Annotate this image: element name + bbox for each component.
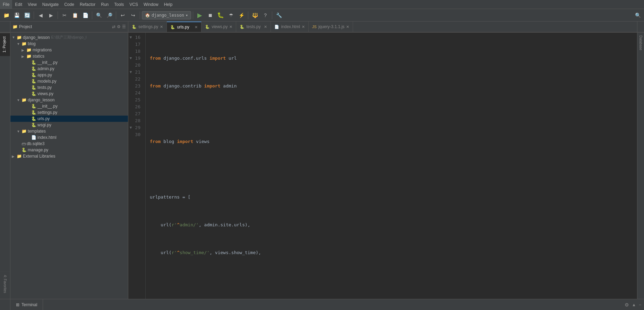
terminal-tab[interactable]: ⊞ Terminal xyxy=(10,299,43,310)
menu-code[interactable]: Code xyxy=(61,0,77,9)
code-line-21: urlpatterns = [ xyxy=(150,194,637,201)
editor-content[interactable]: ▼ 16 17 18 ▼ 19 20 ▼ 21 22 23 24 25 26 xyxy=(128,33,637,299)
tree-label-models: models.py xyxy=(37,79,57,84)
tree-root-django-lesson[interactable]: ▼ 📁 django_lesson E:\脱产三期\django_l xyxy=(10,34,128,41)
tab-tests-icon: 🐍 xyxy=(240,25,244,29)
code-line-20 xyxy=(150,166,637,173)
menu-file[interactable]: File xyxy=(0,0,12,9)
profile-btn[interactable]: ⚡ xyxy=(237,10,246,20)
sidebar-tab-project[interactable]: 1: Project xyxy=(0,33,10,56)
tree-index-html[interactable]: 📄 index.html xyxy=(10,134,128,141)
terminal-expand-btn[interactable]: ▲ xyxy=(632,302,636,307)
separator-2 xyxy=(58,11,58,19)
menu-tools[interactable]: Tools xyxy=(111,0,127,9)
menu-view[interactable]: View xyxy=(25,0,40,9)
tree-models-py[interactable]: 🐍 models.py xyxy=(10,78,128,84)
tree-blog-views-py[interactable]: 🐍 views.py xyxy=(10,91,128,97)
tab-index-close[interactable]: ✕ xyxy=(302,25,305,29)
tree-apps-py[interactable]: 🐍 apps.py xyxy=(10,72,128,78)
tree-django-init[interactable]: 🐍 __init__.py xyxy=(10,103,128,109)
tree-django-lesson-subfolder[interactable]: ▼ 📁 django_lesson xyxy=(10,97,128,103)
tree-arrow-templates: ▼ xyxy=(17,129,22,133)
sidebar-tab-favorites[interactable]: 4: Favorites xyxy=(0,272,10,296)
tree-wsgi-py[interactable]: 🐍 wsgi.py xyxy=(10,122,128,128)
forward-btn[interactable]: ▶ xyxy=(46,10,56,20)
project-sync-btn[interactable]: ⇄ xyxy=(112,24,115,29)
cut-btn[interactable]: ✂ xyxy=(60,10,69,20)
tree-migrations-folder[interactable]: ▶ 📁 migrations xyxy=(10,47,128,53)
find-btn[interactable]: ↩ xyxy=(118,10,128,20)
zoom-out-btn[interactable]: 🔎 xyxy=(104,10,114,20)
tree-arrow-blog: ▼ xyxy=(17,42,22,46)
open-folder-btn[interactable]: 📁 xyxy=(1,10,11,20)
vcs-btn[interactable]: 🔱 xyxy=(250,10,260,20)
paste-btn[interactable]: 📄 xyxy=(80,10,90,20)
tab-tests[interactable]: 🐍 tests.py ✕ xyxy=(236,22,271,32)
help-btn[interactable]: ? xyxy=(260,10,270,20)
stop-btn[interactable]: ⏹ xyxy=(205,10,215,20)
tab-urls-close[interactable]: ✕ xyxy=(195,25,198,30)
tree-label-blog-init: __init__.py xyxy=(37,60,58,65)
tab-views-close[interactable]: ✕ xyxy=(229,25,232,29)
tab-jquery-close[interactable]: ✕ xyxy=(346,25,349,29)
back-btn[interactable]: ◀ xyxy=(36,10,45,20)
terminal-minimize-btn[interactable]: − xyxy=(639,302,641,307)
tree-file-icon-admin: 🐍 xyxy=(31,66,36,71)
project-panel: ▼ 📁 django_lesson E:\脱产三期\django_l ▼ 📁 b… xyxy=(10,33,128,299)
menu-vcs[interactable]: VCS xyxy=(127,0,141,9)
run-btn[interactable]: ▶ xyxy=(195,10,205,20)
tree-templates-folder[interactable]: ▼ 📁 templates xyxy=(10,128,128,134)
tree-blog-tests-py[interactable]: 🐍 tests.py xyxy=(10,84,128,91)
coverage-btn[interactable]: ☂ xyxy=(226,10,236,20)
debug-btn[interactable]: 🐛 xyxy=(216,10,225,20)
terminal-settings-btn[interactable]: ⚙ xyxy=(625,302,629,308)
menu-refactor[interactable]: Refactor xyxy=(77,0,98,9)
save-btn[interactable]: 💾 xyxy=(12,10,22,20)
search-everywhere-btn[interactable]: 🔍 xyxy=(633,10,643,20)
tab-tests-close[interactable]: ✕ xyxy=(264,25,267,29)
tab-jquery[interactable]: JS jquery-3.1.1.js ✕ xyxy=(309,22,353,32)
line-numbers: ▼ 16 17 18 ▼ 19 20 ▼ 21 22 23 24 25 26 xyxy=(128,33,146,299)
tree-path-root: E:\脱产三期\django_l xyxy=(51,35,86,40)
code-editor[interactable]: from django.conf.urls import url from dj… xyxy=(146,33,637,299)
menu-window[interactable]: Window xyxy=(141,0,161,9)
tree-arrow-statics: ▶ xyxy=(22,55,26,58)
project-settings-btn[interactable]: ⚙ xyxy=(117,24,121,29)
tree-external-libs[interactable]: ▶ 📁 External Libraries xyxy=(10,153,128,159)
menu-navigate[interactable]: Navigate xyxy=(40,0,61,9)
tree-file-icon-urls: 🐍 xyxy=(31,116,36,121)
tab-jquery-icon: JS xyxy=(312,25,317,29)
tree-label-wsgi: wsgi.py xyxy=(37,123,51,127)
replace-btn[interactable]: ↪ xyxy=(128,10,138,20)
tree-manage-py[interactable]: 🐍 manage.py xyxy=(10,147,128,153)
sync-btn[interactable]: 🔄 xyxy=(22,10,32,20)
menu-run[interactable]: Run xyxy=(98,0,111,9)
tab-settings-close[interactable]: ✕ xyxy=(160,25,163,29)
tree-settings-py[interactable]: 🐍 settings.py xyxy=(10,109,128,116)
settings-toolbar-btn[interactable]: 🔧 xyxy=(274,10,284,20)
tree-label-index: index.html xyxy=(37,135,57,140)
tree-file-icon-blog-init: 🐍 xyxy=(31,60,36,65)
tree-blog-init[interactable]: 🐍 __init__.py xyxy=(10,59,128,66)
main-area: 1: Project 2: Structure ▼ 📁 django_lesso… xyxy=(0,33,644,299)
project-more-btn[interactable]: ☰ xyxy=(122,24,126,29)
menu-help[interactable]: Help xyxy=(161,0,175,9)
zoom-in-btn[interactable]: 🔍 xyxy=(94,10,104,20)
tree-file-icon-blog-views: 🐍 xyxy=(31,91,36,96)
project-selector[interactable]: 🏠 django_lesson ▾ xyxy=(142,11,191,19)
tree-admin-py[interactable]: 🐍 admin.py xyxy=(10,66,128,72)
tree-db-sqlite3[interactable]: 🗃 db.sqlite3 xyxy=(10,141,128,147)
tab-views[interactable]: 🐍 views.py ✕ xyxy=(201,22,236,32)
menu-edit[interactable]: Edit xyxy=(12,0,25,9)
tree-arrow-django-lesson-sub: ▼ xyxy=(17,98,22,102)
tree-statics-folder[interactable]: ▶ 📁 statics xyxy=(10,53,128,59)
tab-settings[interactable]: 🐍 settings.py ✕ xyxy=(128,22,167,32)
tree-blog-folder[interactable]: ▼ 📁 blog xyxy=(10,41,128,47)
tree-urls-py[interactable]: 🐍 urls.py xyxy=(10,116,128,122)
tree-label-django-init: __init__.py xyxy=(37,104,58,109)
copy-btn[interactable]: 📋 xyxy=(70,10,80,20)
sidebar-tab-database[interactable]: Database xyxy=(637,33,644,53)
tab-index[interactable]: 📄 index.html ✕ xyxy=(271,22,309,32)
code-line-19: from blog import views xyxy=(150,138,637,145)
tab-urls[interactable]: 🐍 urls.py ✕ xyxy=(167,22,201,32)
